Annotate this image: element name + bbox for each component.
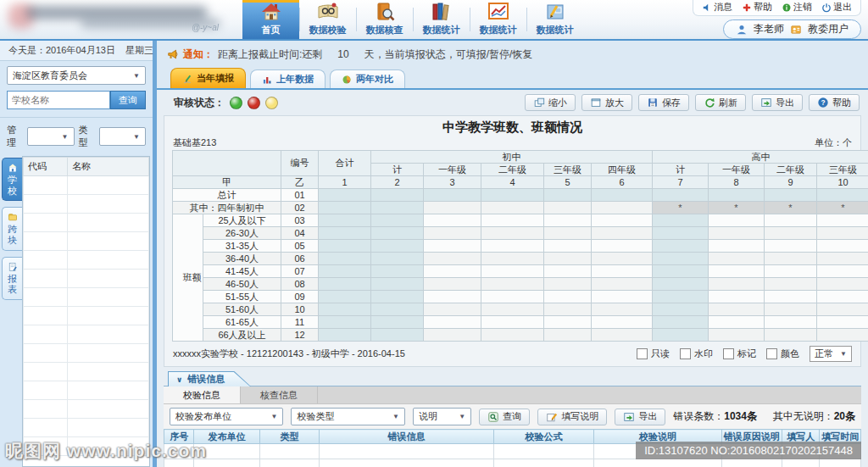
input-cell[interactable] bbox=[765, 278, 817, 291]
input-cell[interactable] bbox=[424, 303, 481, 316]
input-cell[interactable] bbox=[765, 253, 817, 265]
toolbar-button-4[interactable]: 导出 bbox=[752, 94, 803, 111]
input-cell[interactable] bbox=[424, 316, 481, 329]
input-cell[interactable] bbox=[709, 253, 765, 265]
check-type-select[interactable]: 校验类型▼ bbox=[291, 408, 404, 425]
input-cell[interactable] bbox=[765, 265, 817, 278]
input-cell[interactable] bbox=[544, 214, 592, 227]
tab-1[interactable]: 上年数据 bbox=[250, 69, 326, 88]
input-cell[interactable] bbox=[544, 278, 592, 291]
input-cell[interactable] bbox=[817, 227, 868, 240]
input-cell[interactable] bbox=[817, 278, 868, 291]
input-cell[interactable] bbox=[481, 227, 544, 240]
list-row[interactable] bbox=[24, 251, 149, 270]
input-cell[interactable] bbox=[592, 278, 653, 291]
quick-link-3[interactable]: 退出 bbox=[821, 1, 852, 14]
school-search-input[interactable] bbox=[7, 91, 110, 109]
input-cell[interactable] bbox=[544, 329, 592, 342]
list-row[interactable] bbox=[24, 195, 149, 214]
input-cell[interactable] bbox=[709, 214, 765, 227]
nav-item-4[interactable]: 数据统计 bbox=[470, 0, 526, 39]
input-cell[interactable] bbox=[592, 303, 653, 316]
mode-select[interactable]: 正常▼ bbox=[810, 346, 852, 362]
rail-tab-1[interactable]: 跨块 bbox=[2, 207, 22, 250]
input-cell[interactable] bbox=[765, 227, 817, 240]
list-row[interactable] bbox=[24, 270, 149, 288]
input-cell[interactable] bbox=[424, 329, 481, 342]
error-tab-1[interactable]: 核查信息 bbox=[241, 386, 318, 403]
input-cell[interactable] bbox=[709, 278, 765, 291]
list-row[interactable] bbox=[24, 344, 149, 363]
view-option-2[interactable]: 标记 bbox=[723, 347, 756, 360]
input-cell[interactable] bbox=[481, 202, 544, 214]
input-cell[interactable] bbox=[481, 316, 544, 329]
nav-item-2[interactable]: 数据核查 bbox=[356, 0, 413, 39]
input-cell[interactable] bbox=[817, 265, 868, 278]
tab-0[interactable]: 当年填报 bbox=[170, 68, 246, 88]
export-button[interactable]: 导出 bbox=[615, 409, 665, 425]
input-cell[interactable] bbox=[817, 291, 868, 303]
rail-tab-2[interactable]: 报表 bbox=[2, 257, 22, 300]
list-row[interactable] bbox=[24, 400, 149, 419]
manage-select[interactable]: ▼ bbox=[27, 127, 74, 146]
toolbar-button-5[interactable]: ?帮助 bbox=[809, 94, 860, 111]
view-option-1[interactable]: 水印 bbox=[680, 347, 713, 360]
input-cell[interactable] bbox=[817, 329, 868, 342]
error-row[interactable] bbox=[164, 444, 861, 459]
input-cell[interactable] bbox=[424, 227, 481, 240]
input-cell[interactable] bbox=[544, 240, 592, 253]
list-row[interactable] bbox=[24, 325, 149, 344]
desc-select[interactable]: 说明▼ bbox=[413, 408, 471, 425]
nav-item-1[interactable]: 数据校验 bbox=[299, 0, 356, 39]
nav-item-0[interactable]: 首页 bbox=[242, 0, 299, 39]
error-collapse-tab[interactable]: ∨ 错误信息 bbox=[168, 371, 251, 386]
toolbar-button-0[interactable]: 缩小 bbox=[525, 94, 576, 111]
input-cell[interactable] bbox=[544, 227, 592, 240]
input-cell[interactable] bbox=[481, 291, 544, 303]
checkbox[interactable] bbox=[680, 348, 691, 359]
input-cell[interactable] bbox=[592, 329, 653, 342]
user-pill[interactable]: 李老师 教委用户 bbox=[723, 19, 861, 39]
quick-link-2[interactable]: 注销 bbox=[782, 1, 812, 14]
input-cell[interactable] bbox=[424, 253, 481, 265]
input-cell[interactable] bbox=[544, 303, 592, 316]
input-cell[interactable] bbox=[765, 240, 817, 253]
input-cell[interactable] bbox=[592, 240, 653, 253]
query-button[interactable]: 查询 bbox=[479, 409, 530, 425]
input-cell[interactable] bbox=[592, 202, 653, 214]
toolbar-button-2[interactable]: 保存 bbox=[638, 94, 689, 111]
input-cell[interactable] bbox=[817, 303, 868, 316]
input-cell[interactable] bbox=[765, 303, 817, 316]
nav-item-3[interactable]: 数据统计 bbox=[413, 0, 470, 39]
list-row[interactable] bbox=[24, 214, 149, 232]
input-cell[interactable] bbox=[544, 291, 592, 303]
checkbox[interactable] bbox=[766, 348, 777, 359]
input-cell[interactable] bbox=[592, 316, 653, 329]
input-cell[interactable] bbox=[817, 316, 868, 329]
input-cell[interactable] bbox=[709, 240, 765, 253]
input-cell[interactable] bbox=[709, 303, 765, 316]
input-cell[interactable] bbox=[544, 316, 592, 329]
input-cell[interactable] bbox=[592, 214, 653, 227]
input-cell[interactable] bbox=[544, 253, 592, 265]
list-row[interactable] bbox=[24, 232, 149, 251]
input-cell[interactable] bbox=[481, 214, 544, 227]
nav-item-5[interactable]: 数据统计 bbox=[526, 0, 583, 39]
quick-link-1[interactable]: 帮助 bbox=[742, 1, 772, 14]
input-cell[interactable] bbox=[709, 316, 765, 329]
list-row[interactable] bbox=[24, 288, 149, 307]
input-cell[interactable] bbox=[765, 291, 817, 303]
input-cell[interactable] bbox=[481, 329, 544, 342]
publisher-select[interactable]: 校验发布单位▼ bbox=[170, 408, 283, 425]
input-cell[interactable] bbox=[765, 214, 817, 227]
input-cell[interactable] bbox=[544, 265, 592, 278]
list-row[interactable] bbox=[24, 176, 149, 195]
input-cell[interactable] bbox=[817, 253, 868, 265]
checkbox[interactable] bbox=[637, 348, 648, 359]
rail-tab-0[interactable]: 学校 bbox=[2, 158, 22, 201]
list-row[interactable] bbox=[24, 307, 149, 325]
input-cell[interactable] bbox=[424, 265, 481, 278]
input-cell[interactable] bbox=[481, 278, 544, 291]
input-cell[interactable] bbox=[592, 265, 653, 278]
quick-link-0[interactable]: 消息 bbox=[702, 1, 732, 14]
